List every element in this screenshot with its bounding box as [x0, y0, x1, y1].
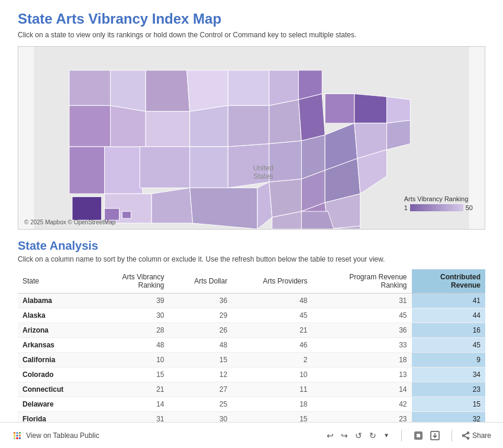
- cell-state: Delaware: [18, 397, 92, 412]
- table-row: Colorado 15 12 10 13 34: [18, 368, 485, 382]
- col-vibrancy[interactable]: Arts VibrancyRanking: [92, 269, 169, 294]
- cell-providers: 45: [232, 308, 312, 323]
- col-providers[interactable]: Arts Providers: [232, 269, 312, 294]
- cell-state: Arizona: [18, 323, 92, 338]
- state-wa[interactable]: [69, 70, 111, 106]
- cell-state: Connecticut: [18, 382, 92, 397]
- cell-dollar: 36: [169, 294, 233, 308]
- cell-vibrancy: 28: [92, 323, 169, 338]
- state-in-il[interactable]: [269, 141, 302, 182]
- state-fl[interactable]: [301, 211, 334, 229]
- state-me[interactable]: [387, 96, 411, 123]
- tableau-icon: [12, 430, 22, 441]
- svg-rect-11: [19, 437, 21, 439]
- state-tx[interactable]: [190, 188, 257, 229]
- share-label: Share: [472, 431, 491, 440]
- cell-dollar: 15: [169, 353, 233, 368]
- svg-rect-9: [14, 437, 15, 439]
- map-copyright: © 2025 Mapbox © OpenStreetMap: [24, 219, 115, 225]
- state-wy[interactable]: [146, 111, 190, 147]
- cell-providers: 48: [232, 294, 312, 308]
- table-row: Connecticut 21 27 11 14 23: [18, 382, 485, 397]
- svg-rect-6: [14, 434, 15, 436]
- state-mn[interactable]: [228, 70, 269, 106]
- legend-title: Arts Vibrancy Ranking: [404, 195, 469, 202]
- undo-button[interactable]: ↩: [324, 430, 336, 441]
- cell-vibrancy: 48: [92, 338, 169, 353]
- state-co-ut[interactable]: [140, 147, 189, 188]
- svg-point-17: [462, 434, 464, 436]
- table-row: Arkansas 48 48 46 33 45: [18, 338, 485, 353]
- state-il-wi[interactable]: [269, 99, 302, 144]
- cell-providers: 2: [232, 353, 312, 368]
- cell-providers: 21: [232, 323, 312, 338]
- state-tn-ms[interactable]: [269, 179, 302, 218]
- tableau-link[interactable]: View on Tableau Public: [12, 430, 99, 441]
- cell-state: Arkansas: [18, 338, 92, 353]
- state-sd[interactable]: [190, 105, 228, 147]
- cell-providers: 10: [232, 368, 312, 382]
- svg-marker-2: [122, 211, 131, 218]
- cell-contributed: 15: [412, 397, 485, 412]
- page-title: State Arts Vibrancy Index Map: [18, 11, 485, 27]
- cell-providers: 15: [232, 412, 312, 423]
- svg-rect-10: [17, 437, 18, 439]
- state-ca[interactable]: [69, 147, 105, 194]
- revert-button[interactable]: ↺: [353, 430, 365, 441]
- cell-state: Colorado: [18, 368, 92, 382]
- state-nv[interactable]: [105, 147, 143, 194]
- state-mt[interactable]: [146, 70, 190, 112]
- table-header-row: State Arts VibrancyRanking Arts Dollar A…: [18, 269, 485, 294]
- svg-rect-3: [14, 432, 15, 434]
- state-ne[interactable]: [354, 94, 387, 123]
- share-button[interactable]: Share: [462, 431, 491, 440]
- svg-rect-8: [19, 434, 21, 436]
- state-ne-ks[interactable]: [190, 147, 228, 188]
- bottom-toolbar: View on Tableau Public ↩ ↪ ↺ ↻ ▼: [0, 422, 503, 448]
- cell-state: Florida: [18, 412, 92, 423]
- svg-rect-13: [416, 433, 421, 438]
- us-map-label2: States: [253, 172, 273, 181]
- cell-contributed: 44: [412, 308, 485, 323]
- cell-contributed: 45: [412, 338, 485, 353]
- col-contributed[interactable]: ContributedRevenue: [412, 269, 485, 294]
- cell-vibrancy: 15: [92, 368, 169, 382]
- state-nd[interactable]: [187, 70, 228, 112]
- section-title: State Analysis: [18, 239, 485, 253]
- cell-program: 36: [312, 323, 412, 338]
- cell-program: 23: [312, 412, 412, 423]
- state-mi[interactable]: [298, 94, 325, 140]
- state-or[interactable]: [69, 105, 111, 147]
- replay-button[interactable]: ↻: [367, 430, 379, 441]
- col-program[interactable]: Program RevenueRanking: [312, 269, 412, 294]
- legend-max: 50: [466, 204, 473, 211]
- state-ny-ne[interactable]: [325, 94, 354, 123]
- state-nm[interactable]: [151, 188, 193, 223]
- cell-dollar: 25: [169, 397, 233, 412]
- cell-program: 13: [312, 368, 412, 382]
- col-state[interactable]: State: [18, 269, 92, 294]
- cell-providers: 46: [232, 338, 312, 353]
- cell-dollar: 27: [169, 382, 233, 397]
- state-id-south[interactable]: [111, 105, 146, 147]
- toolbar-right: ↩ ↪ ↺ ↻ ▼: [324, 430, 491, 441]
- us-map[interactable]: United States Mexico Arts Vibrancy Ranki…: [18, 46, 485, 230]
- section-subtitle: Click on a column name to sort by the co…: [18, 255, 485, 263]
- replay-dropdown[interactable]: ▼: [381, 431, 392, 440]
- fullscreen-group: [411, 430, 442, 441]
- app-container: State Arts Vibrancy Index Map Click on a…: [0, 0, 503, 448]
- table-row: Arizona 28 26 21 36 16: [18, 323, 485, 338]
- state-ia[interactable]: [228, 105, 269, 147]
- col-dollar[interactable]: Arts Dollar: [169, 269, 233, 294]
- us-map-label: United: [253, 164, 273, 172]
- cell-dollar: 48: [169, 338, 233, 353]
- cell-contributed: 34: [412, 368, 485, 382]
- cell-vibrancy: 21: [92, 382, 169, 397]
- download-button[interactable]: [428, 430, 442, 441]
- state-ak[interactable]: [72, 196, 102, 220]
- state-id[interactable]: [111, 70, 146, 112]
- redo-button[interactable]: ↪: [338, 430, 350, 441]
- fullscreen-button[interactable]: [411, 430, 425, 441]
- cell-dollar: 12: [169, 368, 233, 382]
- cell-state: California: [18, 353, 92, 368]
